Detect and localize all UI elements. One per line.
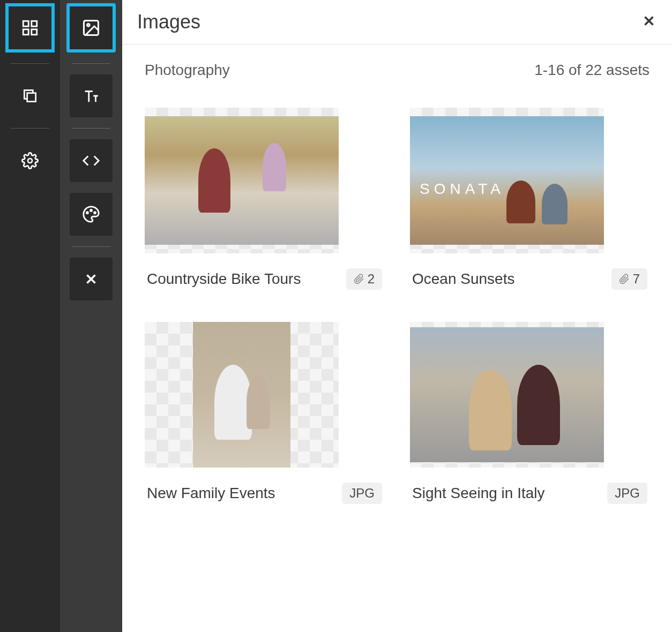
asset-meta: Ocean Sunsets 7	[410, 268, 649, 290]
close-icon	[83, 271, 99, 287]
asset-meta: New Family Events JPG	[145, 483, 384, 504]
attachments-badge[interactable]: 7	[611, 268, 647, 290]
asset-grid: Countryside Bike Tours 2 Ocean Sunsets 7	[122, 89, 672, 522]
format-badge: JPG	[342, 483, 382, 504]
format-badge: JPG	[607, 483, 647, 504]
asset-card[interactable]: New Family Events JPG	[145, 322, 384, 504]
nav-grid-button[interactable]	[5, 3, 55, 52]
thumbnail-frame	[410, 322, 604, 468]
thumbnail-image	[410, 116, 604, 245]
paperclip-icon	[619, 274, 630, 284]
asset-title: Ocean Sunsets	[412, 270, 514, 288]
copy-icon	[21, 87, 39, 104]
primary-sidebar	[0, 0, 60, 632]
thumbnail-image	[410, 327, 604, 462]
palette-icon	[82, 205, 100, 223]
paperclip-icon	[354, 274, 364, 284]
thumbnail-frame	[145, 108, 339, 253]
thumbnail-frame	[410, 108, 604, 253]
panel-header: Images	[122, 0, 672, 44]
tool-close-button[interactable]	[70, 258, 113, 300]
asset-card[interactable]: Ocean Sunsets 7	[410, 108, 649, 290]
tool-palette-button[interactable]	[70, 193, 113, 236]
asset-count: 1-16 of 22 assets	[534, 62, 649, 79]
panel-close-button[interactable]	[641, 13, 657, 31]
attachments-badge[interactable]: 2	[346, 268, 382, 290]
image-icon	[81, 18, 101, 37]
svg-rect-2	[23, 29, 28, 35]
svg-rect-0	[23, 21, 28, 26]
text-icon	[82, 87, 100, 105]
asset-title: Sight Seeing in Italy	[412, 485, 545, 502]
badge-value: 7	[633, 272, 640, 287]
tool-image-button[interactable]	[66, 3, 116, 52]
asset-meta: Sight Seeing in Italy JPG	[410, 483, 649, 504]
asset-card[interactable]: Countryside Bike Tours 2	[145, 108, 384, 290]
images-panel: Images Photography 1-16 of 22 assets Cou…	[122, 0, 672, 632]
grid-icon	[21, 19, 39, 37]
gear-icon	[21, 152, 39, 169]
svg-rect-4	[27, 93, 36, 102]
svg-point-7	[87, 24, 90, 27]
breadcrumb[interactable]: Photography	[145, 62, 230, 79]
thumbnail-image	[193, 322, 290, 468]
tool-code-button[interactable]	[70, 139, 113, 182]
svg-point-10	[94, 212, 96, 214]
nav-settings-button[interactable]	[9, 139, 51, 182]
badge-value: 2	[368, 272, 375, 287]
code-icon	[82, 152, 100, 170]
divider	[11, 63, 49, 64]
asset-title: New Family Events	[147, 485, 275, 502]
badge-value: JPG	[615, 486, 640, 501]
svg-rect-3	[32, 29, 37, 35]
divider	[72, 128, 110, 129]
close-icon	[641, 13, 657, 29]
secondary-sidebar	[60, 0, 122, 632]
asset-title: Countryside Bike Tours	[147, 270, 301, 288]
panel-subheader: Photography 1-16 of 22 assets	[122, 44, 672, 89]
divider	[72, 63, 110, 64]
nav-copy-button[interactable]	[9, 74, 51, 117]
svg-rect-1	[32, 21, 37, 26]
tool-text-button[interactable]	[70, 74, 113, 117]
asset-card[interactable]: Sight Seeing in Italy JPG	[410, 322, 649, 504]
thumbnail-frame	[145, 322, 339, 468]
svg-point-5	[28, 159, 32, 163]
thumbnail-image	[145, 116, 339, 245]
panel-title: Images	[137, 11, 200, 33]
svg-point-8	[87, 212, 88, 214]
svg-point-9	[91, 210, 92, 212]
asset-meta: Countryside Bike Tours 2	[145, 268, 384, 290]
divider	[72, 246, 110, 247]
badge-value: JPG	[349, 486, 375, 501]
divider	[11, 128, 49, 129]
